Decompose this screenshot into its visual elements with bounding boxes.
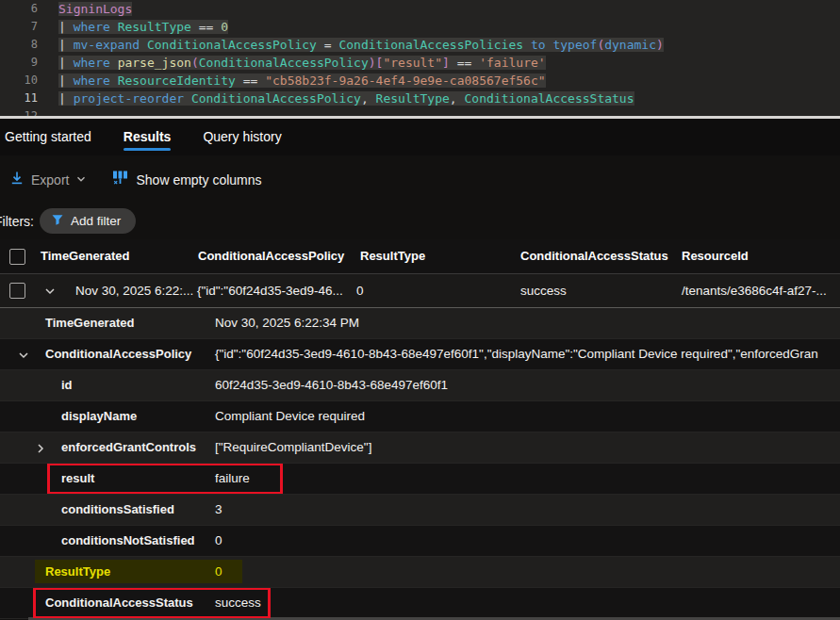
selected-code-text: | project-reorder ConditionalAccessPolic… [58,91,634,106]
expanded-row-details: TimeGeneratedNov 30, 2025 6:22:34 PMCond… [0,308,840,620]
download-icon [9,171,25,189]
detail-value: 60f24d35-3ed9-4610-8b43-68e497ef60f1 [215,370,448,400]
line-number: 6 [0,0,38,18]
export-label: Export [31,172,69,188]
editor-line: 9| where parse_json(ConditionalAccessPol… [0,54,840,72]
show-empty-columns-button[interactable]: Show empty columns [111,169,261,190]
column-header[interactable]: TimeGenerated [41,239,129,273]
line-number: 11 [0,90,38,107]
show-empty-columns-label: Show empty columns [136,172,261,188]
detail-key: TimeGenerated [45,308,134,338]
result-row[interactable]: Nov 30, 2025 6:22:...{"id":"60f24d35-3ed… [0,274,840,308]
detail-row-enforcedGrantControls: enforcedGrantControls["RequireCompliantD… [0,432,840,464]
editor-line: 7| where ResultType == 0 [0,18,840,36]
editor-line: 6SigninLogs [0,0,840,18]
line-number: 7 [0,18,38,36]
log-analytics-results-screen: 6SigninLogs7| where ResultType == 08| mv… [0,0,840,620]
detail-key: ResultType [45,557,110,587]
detail-value: ["RequireCompliantDevice"] [215,432,371,463]
query-editor-lines: 6SigninLogs7| where ResultType == 08| mv… [0,0,840,116]
results-toolbar: Export Show empty columns [0,155,840,204]
selected-code-text: | mv-expand ConditionalAccessPolicy = Co… [58,38,664,52]
detail-key: ConditionalAccessPolicy [45,339,191,369]
row-cell: Nov 30, 2025 6:22:... [75,274,193,307]
detail-key: enforcedGrantControls [61,432,196,463]
row-expander-chevron-icon[interactable] [43,285,57,302]
tab-getting-started[interactable]: Getting started [5,121,91,154]
row-cell: /tenants/e3686c4f-af27-... [682,274,827,307]
detail-value: 0 [215,557,222,587]
results-tab-bar: Getting started Results Query history [0,119,840,155]
detail-value: {"id":"60f24d35-3ed9-4610-8b43-68e497ef6… [215,339,818,369]
column-header[interactable]: ConditionalAccessPolicy [198,239,344,273]
filter-funnel-icon [51,213,64,229]
chevron-down-icon[interactable] [17,349,30,366]
chevron-down-icon [75,171,87,188]
detail-value: failure [215,464,250,494]
add-filter-button[interactable]: Add filter [40,208,136,234]
filters-label: Filters: [0,204,34,239]
selected-code-text: | where ResourceIdentity == "cb58b23f-9a… [58,73,546,88]
detail-key: result [61,464,94,494]
detail-row-ConditionalAccessStatus: ConditionalAccessStatussuccess [0,588,840,619]
select-all-checkbox[interactable] [9,249,25,265]
export-button[interactable]: Export [9,171,87,189]
row-cell: 0 [356,274,364,307]
line-number: 8 [0,36,38,54]
detail-key: conditionsNotSatisfied [61,526,195,556]
tab-query-history[interactable]: Query history [203,121,281,154]
detail-value: 3 [215,495,222,525]
detail-value: Compliant Device required [215,401,365,432]
detail-row-TimeGenerated: TimeGeneratedNov 30, 2025 6:22:34 PM [0,308,840,339]
selected-code-text: | where ResultType == 0 [58,20,228,34]
detail-row-ResultType: ResultType0 [0,557,840,588]
detail-key: displayName [61,401,137,432]
selected-code-text: | where parse_json(ConditionalAccessPoli… [58,56,546,70]
tab-results[interactable]: Results [124,121,172,154]
detail-row-result: resultfailure [0,464,840,495]
line-number: 10 [0,72,38,90]
selected-code-text: SigninLogs [58,2,132,16]
detail-value: Nov 30, 2025 6:22:34 PM [215,308,359,338]
filters-row: Filters: Add filter [0,204,840,239]
detail-key: ConditionalAccessStatus [45,588,193,618]
editor-line: 12 [0,107,840,116]
query-editor[interactable]: 6SigninLogs7| where ResultType == 08| mv… [0,0,840,116]
detail-key: conditionsSatisfied [61,495,174,525]
row-cell: success [520,274,567,307]
column-header[interactable]: ResultType [360,239,425,273]
detail-row-displayName: displayNameCompliant Device required [0,401,840,432]
editor-line: 8| mv-expand ConditionalAccessPolicy = C… [0,36,840,54]
line-number: 9 [0,54,38,72]
detail-row-id: id60f24d35-3ed9-4610-8b43-68e497ef60f1 [0,370,840,401]
detail-row-ConditionalAccessPolicy: ConditionalAccessPolicy{"id":"60f24d35-3… [0,339,840,370]
detail-value: 0 [215,526,222,556]
show-empty-columns-icon [111,169,129,190]
add-filter-label: Add filter [71,214,121,228]
row-checkbox[interactable] [9,283,25,299]
editor-line: 11| project-reorder ConditionalAccessPol… [0,90,840,107]
editor-line: 10| where ResourceIdentity == "cb58b23f-… [0,72,840,90]
detail-row-conditionsNotSatisfied: conditionsNotSatisfied0 [0,526,840,557]
column-header[interactable]: ConditionalAccessStatus [520,239,668,273]
results-grid-header: TimeGeneratedConditionalAccessPolicyResu… [0,239,840,274]
detail-value: success [215,588,261,618]
column-header[interactable]: ResourceId [682,239,749,273]
chevron-right-icon[interactable] [34,442,47,459]
row-cell: {"id":"60f24d35-3ed9-46... [197,274,343,307]
detail-key: id [61,370,73,400]
detail-row-conditionsSatisfied: conditionsSatisfied3 [0,495,840,526]
line-number: 12 [0,107,38,116]
